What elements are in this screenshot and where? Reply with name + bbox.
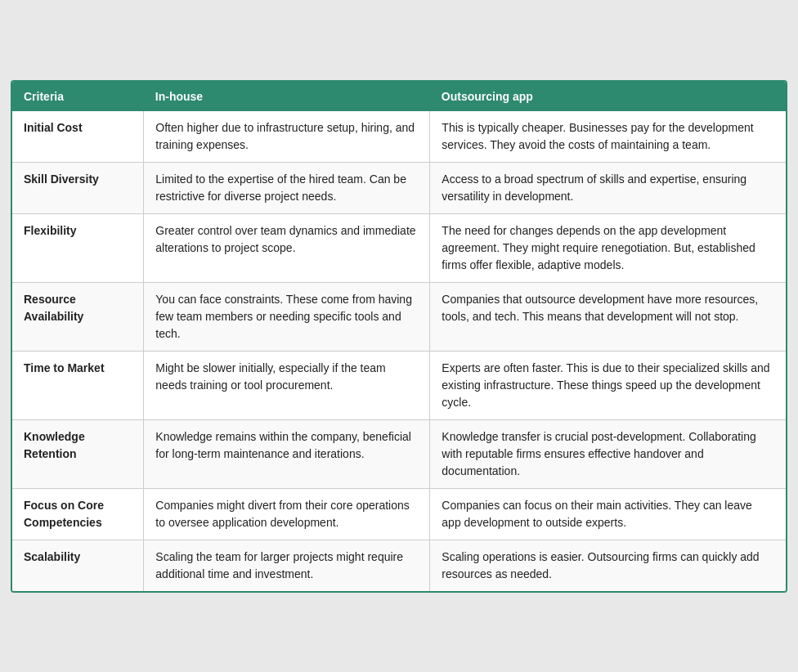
cell-criteria-7: Scalability bbox=[12, 540, 144, 591]
cell-outsourcing-1: Access to a broad spectrum of skills and… bbox=[430, 162, 786, 213]
cell-inhouse-0: Often higher due to infrastructure setup… bbox=[144, 111, 430, 163]
cell-inhouse-7: Scaling the team for larger projects mig… bbox=[144, 540, 430, 591]
table-row: Skill DiversityLimited to the expertise … bbox=[12, 162, 786, 213]
header-criteria: Criteria bbox=[12, 82, 144, 111]
cell-criteria-3: Resource Availability bbox=[12, 282, 144, 351]
cell-outsourcing-4: Experts are often faster. This is due to… bbox=[430, 351, 786, 419]
cell-inhouse-5: Knowledge remains within the company, be… bbox=[144, 419, 430, 488]
cell-inhouse-1: Limited to the expertise of the hired te… bbox=[144, 162, 430, 213]
table-row: Initial CostOften higher due to infrastr… bbox=[12, 111, 786, 163]
header-inhouse: In-house bbox=[144, 82, 430, 111]
cell-outsourcing-3: Companies that outsource development hav… bbox=[430, 282, 786, 351]
table-row: Resource AvailabilityYou can face constr… bbox=[12, 282, 786, 351]
cell-inhouse-2: Greater control over team dynamics and i… bbox=[144, 213, 430, 282]
cell-criteria-5: Knowledge Retention bbox=[12, 419, 144, 488]
cell-inhouse-4: Might be slower initially, especially if… bbox=[144, 351, 430, 419]
header-outsourcing: Outsourcing app bbox=[430, 82, 786, 111]
cell-criteria-0: Initial Cost bbox=[12, 111, 144, 163]
table-row: FlexibilityGreater control over team dyn… bbox=[12, 213, 786, 282]
cell-inhouse-3: You can face constraints. These come fro… bbox=[144, 282, 430, 351]
cell-outsourcing-2: The need for changes depends on the app … bbox=[430, 213, 786, 282]
cell-outsourcing-6: Companies can focus on their main activi… bbox=[430, 488, 786, 540]
cell-criteria-4: Time to Market bbox=[12, 351, 144, 419]
cell-outsourcing-5: Knowledge transfer is crucial post-devel… bbox=[430, 419, 786, 488]
table-row: Time to MarketMight be slower initially,… bbox=[12, 351, 786, 419]
cell-inhouse-6: Companies might divert from their core o… bbox=[144, 488, 430, 540]
table-row: Knowledge RetentionKnowledge remains wit… bbox=[12, 419, 786, 488]
table-row: Focus on Core CompetenciesCompanies migh… bbox=[12, 488, 786, 540]
table-row: ScalabilityScaling the team for larger p… bbox=[12, 540, 786, 591]
comparison-table: Criteria In-house Outsourcing app Initia… bbox=[11, 80, 787, 593]
cell-criteria-6: Focus on Core Competencies bbox=[12, 488, 144, 540]
cell-criteria-2: Flexibility bbox=[12, 213, 144, 282]
cell-outsourcing-0: This is typically cheaper. Businesses pa… bbox=[430, 111, 786, 163]
table-header-row: Criteria In-house Outsourcing app bbox=[12, 82, 786, 111]
cell-criteria-1: Skill Diversity bbox=[12, 162, 144, 213]
cell-outsourcing-7: Scaling operations is easier. Outsourcin… bbox=[430, 540, 786, 591]
